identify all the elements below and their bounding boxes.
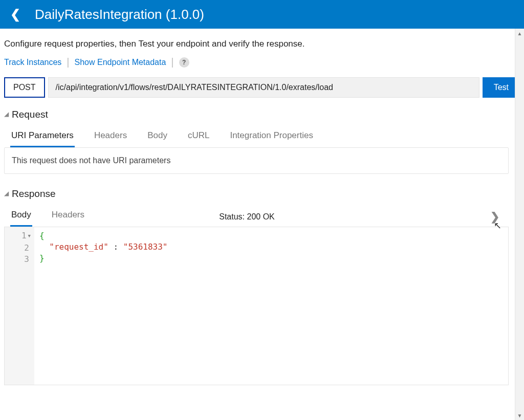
track-instances-link[interactable]: Track Instances: [4, 58, 61, 67]
fold-icon[interactable]: ▼: [28, 233, 31, 238]
empty-uri-parameters-text: This request does not have URI parameter…: [12, 156, 170, 165]
expand-response-icon[interactable]: ❯: [490, 210, 499, 224]
response-tab-row: Body Headers Status: 200 OK ❯: [4, 207, 509, 227]
test-button[interactable]: Test: [483, 77, 520, 98]
endpoint-url-field[interactable]: /ic/api/integration/v1/flows/rest/DAILYR…: [48, 77, 479, 98]
description-text: Configure request properties, then Test …: [4, 39, 520, 49]
separator: |: [171, 56, 173, 68]
request-section-header[interactable]: ◢ Request: [4, 109, 520, 120]
request-tabs: URI Parameters Headers Body cURL Integra…: [4, 127, 520, 147]
line-number-gutter: 1▼ 2 3: [5, 227, 34, 385]
request-panel: This request does not have URI parameter…: [4, 147, 509, 174]
code-content: { "request_id" : "5361833" }: [34, 227, 172, 385]
link-bar: Track Instances | Show Endpoint Metadata…: [4, 56, 520, 68]
response-section-title: Response: [12, 188, 56, 200]
line-number: 1: [21, 231, 27, 240]
tab-response-headers[interactable]: Headers: [51, 207, 85, 227]
response-status: Status: 200 OK: [219, 212, 275, 222]
scroll-up-icon[interactable]: ▲: [515, 29, 524, 38]
scroll-down-icon[interactable]: ▼: [515, 411, 524, 420]
response-body-editor[interactable]: 1▼ 2 3 { "request_id" : "5361833" }: [4, 227, 509, 385]
vertical-scrollbar[interactable]: ▲ ▼: [515, 29, 524, 420]
response-tabs: Body Headers: [4, 207, 85, 227]
status-label: Status:: [219, 212, 245, 221]
request-section-title: Request: [12, 109, 48, 120]
tab-integration-properties[interactable]: Integration Properties: [229, 127, 314, 147]
http-method-selector[interactable]: POST: [4, 77, 45, 98]
tab-headers[interactable]: Headers: [93, 127, 128, 147]
main-content: Configure request properties, then Test …: [0, 29, 524, 389]
line-number: 3: [8, 254, 29, 265]
help-icon[interactable]: ?: [179, 57, 189, 68]
tab-body[interactable]: Body: [146, 127, 168, 147]
response-section-header[interactable]: ◢ Response: [4, 188, 520, 200]
back-icon[interactable]: ❮: [10, 7, 20, 21]
line-number: 2: [8, 242, 29, 254]
app-header: ❮ DailyRatesIntegration (1.0.0): [0, 0, 524, 29]
status-value: 200 OK: [247, 212, 275, 221]
url-bar: POST /ic/api/integration/v1/flows/rest/D…: [4, 77, 520, 98]
tab-curl[interactable]: cURL: [187, 127, 211, 147]
collapse-icon: ◢: [4, 190, 9, 197]
show-endpoint-metadata-link[interactable]: Show Endpoint Metadata: [75, 58, 166, 67]
tab-uri-parameters[interactable]: URI Parameters: [10, 127, 75, 147]
tab-response-body[interactable]: Body: [10, 207, 32, 227]
collapse-icon: ◢: [4, 110, 9, 118]
page-title: DailyRatesIntegration (1.0.0): [35, 7, 204, 23]
separator: |: [67, 56, 69, 68]
